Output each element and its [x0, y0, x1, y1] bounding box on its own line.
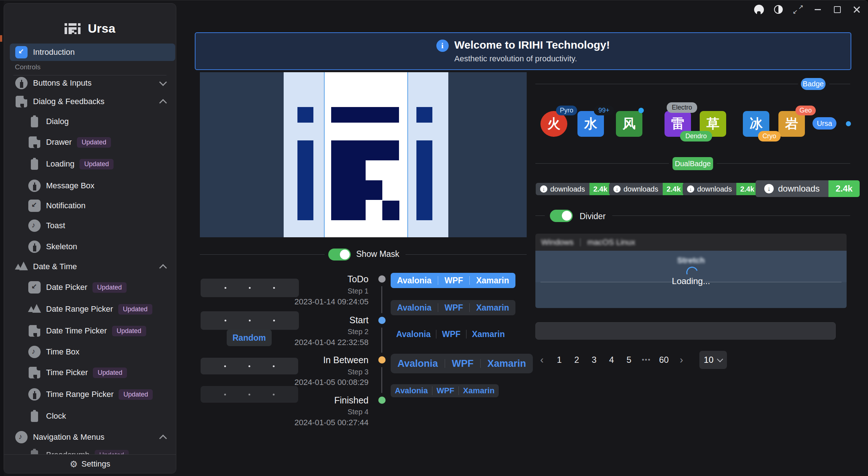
downloads-dual-badge: ↓downloads 2.4k — [609, 183, 685, 195]
ursa-app-window: Ursa Introduction Controls Buttons & Inp… — [0, 0, 868, 476]
timeline-step-label: Step 2 — [271, 328, 369, 336]
github-icon[interactable] — [753, 4, 764, 15]
sidebar-item-buttons-inputs[interactable]: Buttons & Inputs — [10, 74, 175, 92]
sidebar: Ursa Introduction Controls Buttons & Inp… — [4, 3, 176, 473]
theme-toggle-icon[interactable] — [773, 4, 784, 15]
xamarin-button[interactable]: Xamarin — [488, 358, 526, 369]
timeline-step-time: 2023-01-14 09:24:05 — [271, 297, 369, 307]
sidebar-item-clock[interactable]: Clock — [10, 407, 176, 425]
sidebar-item-time-picker[interactable]: Time Picker Updated — [10, 364, 176, 381]
page-size-dropdown[interactable]: 10 — [699, 351, 727, 369]
sidebar-item-navigation-menus[interactable]: Navigation & Menus — [10, 428, 175, 446]
xamarin-button[interactable]: Xamarin — [463, 386, 495, 395]
banner-title: Welcome to IRIHI Technology! — [454, 39, 610, 51]
tab-macos-linux[interactable]: macOS Linux — [587, 238, 635, 247]
sidebar-item-dialog[interactable]: Dialog — [10, 113, 176, 130]
gear-icon: ⚙ — [70, 460, 78, 469]
divider-line — [612, 216, 850, 216]
updated-badge: Updated — [79, 159, 114, 169]
info-icon: i — [436, 40, 449, 52]
timeline-dot-inbetween — [378, 356, 386, 364]
chevron-down-icon — [159, 78, 167, 86]
close-icon[interactable] — [851, 4, 862, 15]
chevron-up-icon — [159, 264, 167, 272]
sidebar-item-dialog-feedbacks[interactable]: Dialog & Feedbacks — [10, 93, 175, 110]
wpf-button[interactable]: WPF — [437, 386, 454, 395]
sidebar-item-notification[interactable]: Notification — [10, 197, 176, 214]
platform-button-group-compact: Avalonia WPF Xamarin — [391, 384, 499, 397]
page-button-60[interactable]: 60 — [659, 355, 669, 365]
prev-page-button[interactable]: ‹ — [537, 354, 547, 366]
app-logo: Ursa — [4, 21, 176, 36]
next-page-button[interactable]: › — [677, 354, 686, 366]
music-note-icon — [15, 431, 28, 444]
sidebar-item-time-box[interactable]: Time Box — [10, 343, 176, 361]
page-button-2[interactable]: 2 — [572, 355, 581, 365]
wpf-button[interactable]: WPF — [452, 358, 473, 369]
avalonia-button[interactable]: Avalonia — [396, 329, 431, 339]
timeline-dot-todo — [378, 275, 386, 283]
timeline-step-title: In Between — [271, 355, 369, 365]
timeline-connector — [381, 367, 382, 393]
battery-icon — [28, 115, 41, 128]
avalonia-button[interactable]: Avalonia — [395, 386, 428, 395]
timeline-connector — [381, 328, 382, 353]
maximize-icon[interactable] — [832, 4, 843, 15]
page-button-3[interactable]: 3 — [589, 355, 599, 365]
avalonia-button[interactable]: Avalonia — [398, 358, 438, 369]
empty-input[interactable] — [535, 322, 836, 340]
divider-line — [200, 254, 325, 255]
sidebar-item-loading[interactable]: Loading Updated — [10, 155, 176, 173]
updated-badge: Updated — [112, 326, 146, 336]
minimize-icon[interactable] — [812, 4, 823, 15]
tab-windows[interactable]: Windows — [541, 238, 573, 247]
download-icon: ↓ — [764, 184, 774, 193]
sidebar-item-message-box[interactable]: Message Box — [10, 177, 176, 194]
platform-button-group-solid: Avalonia WPF Xamarin — [391, 273, 515, 288]
timeline-step-title: ToDo — [271, 274, 369, 284]
count-badge: 99+ — [594, 106, 614, 115]
page-button-1[interactable]: 1 — [555, 355, 564, 365]
trees-icon — [28, 303, 41, 316]
divider-line — [406, 254, 527, 255]
clock-icon — [28, 388, 41, 401]
sidebar-item-skeleton[interactable]: Skeleton — [10, 238, 176, 255]
divider-line — [829, 84, 850, 84]
sidebar-item-drawer[interactable]: Drawer Updated — [10, 134, 176, 151]
xamarin-button[interactable]: Xamarin — [476, 276, 509, 286]
avalonia-button[interactable]: Avalonia — [397, 303, 432, 313]
electro-badge: Electro — [667, 102, 697, 113]
show-mask-toggle[interactable] — [328, 249, 351, 260]
dot-badge — [638, 108, 644, 113]
timeline-step-time: 2024-01-05 00:08:29 — [271, 378, 369, 387]
loading-panel-body: Stretch Loading... — [535, 251, 847, 308]
sidebar-item-date-range-picker[interactable]: Date Range Picker Updated — [10, 300, 176, 318]
settings-button[interactable]: ⚙ Settings — [4, 454, 176, 473]
page-button-4[interactable]: 4 — [607, 355, 616, 365]
avalonia-button[interactable]: Avalonia — [397, 276, 432, 286]
sidebar-item-introduction[interactable]: Introduction — [10, 44, 175, 61]
pagination-ellipsis: ••• — [642, 356, 651, 364]
page-button-5[interactable]: 5 — [624, 355, 634, 365]
wpf-button[interactable]: WPF — [445, 276, 463, 286]
download-icon: ↓ — [613, 185, 621, 193]
timeline-step-title: Finished — [271, 395, 369, 406]
xamarin-button[interactable]: Xamarin — [476, 303, 509, 313]
sidebar-item-date-time-picker[interactable]: Date Time Picker Updated — [10, 322, 176, 340]
music-note-icon — [28, 219, 41, 232]
sidebar-item-date-picker[interactable]: Date Picker Updated — [10, 279, 176, 296]
sidebar-item-time-range-picker[interactable]: Time Range Picker Updated — [10, 386, 176, 403]
trees-icon — [15, 260, 28, 273]
xamarin-button[interactable]: Xamarin — [472, 329, 505, 339]
wpf-button[interactable]: WPF — [442, 329, 461, 339]
divider-label: Divider — [580, 212, 606, 221]
wpf-button[interactable]: WPF — [445, 303, 463, 313]
window-controls: ↗↙ — [753, 4, 862, 15]
sidebar-item-date-time[interactable]: Date & Time — [10, 258, 175, 275]
battery-icon — [28, 157, 41, 171]
fullscreen-icon[interactable]: ↗↙ — [793, 4, 803, 15]
divider-toggle[interactable] — [550, 210, 573, 222]
random-button[interactable]: Random — [227, 329, 272, 346]
sidebar-item-toast[interactable]: Toast — [10, 217, 176, 234]
screen-edge-artifact — [0, 35, 2, 42]
